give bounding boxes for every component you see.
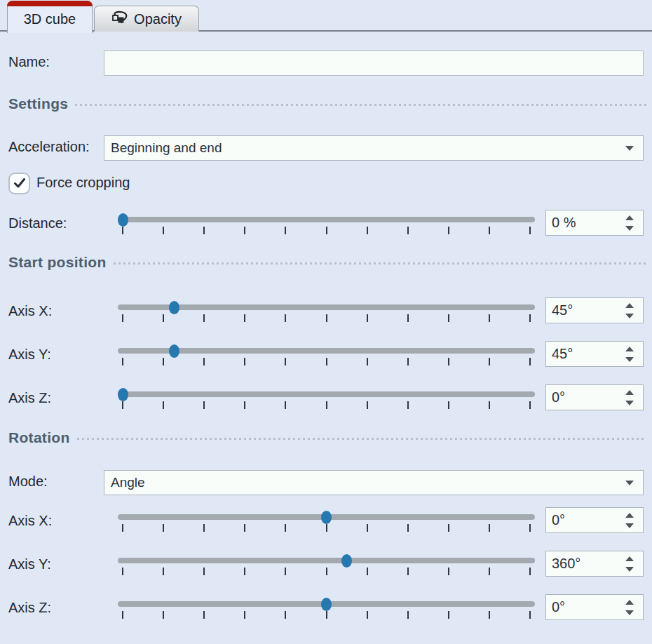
rotation-axis-z-spinbox[interactable]: 0° <box>545 594 644 620</box>
rotation-axis-y-spinbox[interactable]: 360° <box>545 551 644 577</box>
spin-up-icon[interactable] <box>625 513 634 518</box>
slider-track[interactable] <box>118 558 535 563</box>
section-header-settings: Settings <box>8 94 646 113</box>
spin-down-icon[interactable] <box>625 314 634 318</box>
section-header-rotation: Rotation <box>8 428 646 447</box>
slider-thumb[interactable] <box>118 388 128 401</box>
slider-ticks <box>122 358 531 365</box>
spinner-arrows <box>625 551 634 576</box>
start-axis-x-label: Axis X: <box>8 303 52 319</box>
chevron-down-icon <box>625 146 634 151</box>
slider-track[interactable] <box>118 391 535 397</box>
spin-up-icon[interactable] <box>625 600 634 605</box>
spin-down-icon[interactable] <box>625 610 634 615</box>
spinner-arrows <box>625 385 634 410</box>
slider-ticks <box>122 314 531 322</box>
slider-thumb[interactable] <box>169 344 179 358</box>
distance-slider[interactable] <box>118 207 535 238</box>
force-cropping-checkbox[interactable] <box>8 173 30 194</box>
name-input[interactable] <box>104 51 644 76</box>
checkmark-icon <box>13 177 27 189</box>
acceleration-dropdown[interactable]: Beginning and end <box>104 135 644 161</box>
slider-ticks <box>122 611 531 619</box>
dotted-separator <box>77 438 646 440</box>
rotation-axis-y-slider[interactable] <box>118 548 535 579</box>
slider-track[interactable] <box>118 217 535 222</box>
spin-down-icon[interactable] <box>625 401 634 405</box>
spin-down-icon[interactable] <box>625 226 634 231</box>
tab-opacity[interactable]: Opacity <box>94 6 199 32</box>
rotation-axis-z-value: 0° <box>546 599 565 615</box>
start-axis-z-slider[interactable] <box>118 382 535 412</box>
tab-3d-cube[interactable]: 3D cube <box>7 1 93 33</box>
slider-thumb[interactable] <box>321 511 332 524</box>
slider-ticks <box>122 227 531 234</box>
acceleration-label: Acceleration: <box>8 139 90 155</box>
start-axis-z-value: 0° <box>546 389 565 405</box>
slider-ticks <box>122 568 531 575</box>
chevron-down-icon <box>625 481 634 485</box>
spin-up-icon[interactable] <box>625 390 634 395</box>
start-axis-z-spinbox[interactable]: 0° <box>545 384 644 410</box>
spinner-arrows <box>625 210 634 235</box>
spin-up-icon[interactable] <box>625 556 634 561</box>
section-header-start-position: Start position <box>8 253 646 271</box>
start-axis-x-slider[interactable] <box>118 295 535 326</box>
rotation-axis-y-row: Axis Y: 360° <box>0 548 652 583</box>
slider-thumb[interactable] <box>118 213 128 227</box>
spin-down-icon[interactable] <box>625 567 634 572</box>
start-axis-x-row: Axis X: 45° <box>0 295 652 330</box>
mode-dropdown[interactable]: Angle <box>104 470 644 495</box>
tab-opacity-label: Opacity <box>134 11 182 27</box>
spinner-arrows <box>625 508 634 532</box>
rotation-axis-x-slider[interactable] <box>118 504 535 535</box>
dotted-separator <box>114 262 646 264</box>
spin-up-icon[interactable] <box>625 347 634 351</box>
distance-spinbox[interactable]: 0 % <box>545 210 644 236</box>
start-position-title: Start position <box>8 254 107 271</box>
start-axis-y-value: 45° <box>546 346 573 362</box>
spinner-arrows <box>625 298 634 323</box>
force-cropping-label: Force cropping <box>36 175 130 191</box>
slider-ticks <box>122 524 531 532</box>
mode-row: Mode: Angle <box>0 470 652 505</box>
mode-value: Angle <box>111 475 145 490</box>
rotation-axis-z-label: Axis Z: <box>8 600 51 616</box>
spinner-arrows <box>625 595 634 619</box>
spin-down-icon[interactable] <box>625 357 634 362</box>
distance-label: Distance: <box>8 215 67 232</box>
slider-ticks <box>122 401 531 409</box>
force-cropping-row: Force cropping <box>0 173 652 208</box>
acceleration-value: Beginning and end <box>111 140 222 156</box>
name-label: Name: <box>8 54 50 70</box>
dotted-separator <box>75 104 646 106</box>
distance-row: Distance: 0 % <box>0 207 652 242</box>
start-axis-y-spinbox[interactable]: 45° <box>545 341 644 367</box>
start-axis-x-spinbox[interactable]: 45° <box>545 297 644 323</box>
rotation-axis-y-value: 360° <box>546 556 580 572</box>
slider-thumb[interactable] <box>169 301 179 314</box>
slider-thumb[interactable] <box>321 598 332 611</box>
tab-bar: 3D cube Opacity <box>0 0 652 32</box>
spin-up-icon[interactable] <box>625 215 634 220</box>
rotation-axis-x-row: Axis X: 0° <box>0 504 652 539</box>
start-axis-y-slider[interactable] <box>118 338 535 369</box>
rotation-axis-x-spinbox[interactable]: 0° <box>545 507 644 533</box>
slider-track[interactable] <box>118 304 535 310</box>
acceleration-row: Acceleration: Beginning and end <box>0 135 652 170</box>
spin-down-icon[interactable] <box>625 523 634 528</box>
spin-up-icon[interactable] <box>625 303 634 308</box>
mode-label: Mode: <box>8 474 48 490</box>
rotation-axis-y-label: Axis Y: <box>8 556 51 572</box>
rotation-axis-x-value: 0° <box>546 512 565 528</box>
name-row: Name: <box>0 51 652 86</box>
slider-track[interactable] <box>118 348 535 354</box>
start-axis-y-label: Axis Y: <box>8 347 51 363</box>
distance-value: 0 % <box>546 215 576 231</box>
rotation-axis-z-slider[interactable] <box>118 591 535 622</box>
slider-thumb[interactable] <box>341 554 352 568</box>
rotation-axis-z-row: Axis Z: 0° <box>0 591 652 626</box>
start-axis-x-value: 45° <box>546 302 573 318</box>
tab-3d-cube-label: 3D cube <box>24 11 76 27</box>
start-axis-z-label: Axis Z: <box>8 390 51 406</box>
